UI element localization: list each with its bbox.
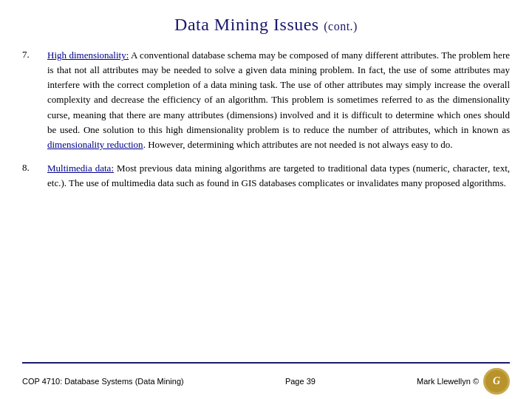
- slide-title: Data Mining Issues (cont.): [22, 15, 510, 35]
- item-8-number: 8.: [22, 161, 37, 174]
- footer-center: Page 39: [285, 377, 316, 386]
- footer-right-text: Mark Llewellyn ©: [417, 377, 479, 386]
- footer-left: COP 4710: Database Systems (Data Mining): [22, 377, 184, 386]
- item-7-term: High dimensionality:: [47, 50, 129, 61]
- slide: Data Mining Issues (cont.) 7. High dimen…: [0, 0, 532, 399]
- content-area: 7. High dimensionality: A conventional d…: [22, 48, 510, 355]
- logo-icon: G: [483, 368, 510, 395]
- item-8-body: Most previous data mining algorithms are…: [47, 163, 510, 188]
- item-8-term: Multimedia data:: [47, 163, 114, 174]
- title-main: Data Mining Issues: [174, 15, 319, 34]
- item-7-number: 7.: [22, 48, 37, 61]
- title-sub: (cont.): [324, 20, 358, 33]
- footer-right: Mark Llewellyn © G: [417, 368, 510, 395]
- item-7-text: High dimensionality: A conventional data…: [47, 48, 510, 152]
- item-8-text: Multimedia data: Most previous data mini…: [47, 161, 510, 191]
- item-7-body: A conventional database schema may be co…: [47, 50, 510, 135]
- item-7: 7. High dimensionality: A conventional d…: [22, 48, 510, 152]
- footer: COP 4710: Database Systems (Data Mining)…: [22, 362, 510, 399]
- item-8: 8. Multimedia data: Most previous data m…: [22, 161, 510, 191]
- logo-inner: G: [485, 370, 508, 392]
- item-7-highlight: dimensionality reduction: [47, 139, 143, 150]
- item-7-body2: . However, determining which attributes …: [143, 139, 453, 150]
